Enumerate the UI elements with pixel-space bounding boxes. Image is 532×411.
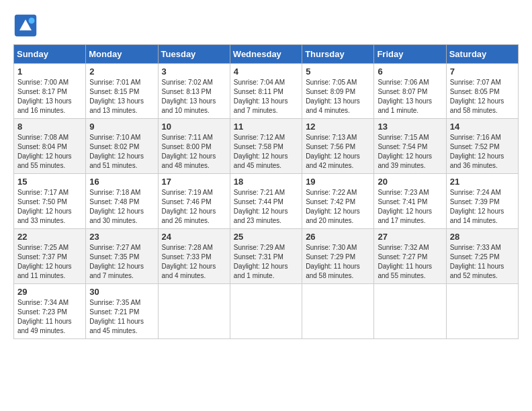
header-row: SundayMondayTuesdayWednesdayThursdayFrid… <box>14 45 519 64</box>
day-info: Sunrise: 7:02 AM Sunset: 8:13 PM Dayligh… <box>162 78 226 116</box>
day-number: 23 <box>89 232 154 242</box>
empty-cell <box>302 284 374 339</box>
day-cell-2: 2 Sunrise: 7:01 AM Sunset: 8:15 PM Dayli… <box>86 64 158 119</box>
day-number: 27 <box>378 232 442 242</box>
day-number: 9 <box>89 122 154 132</box>
logo-icon <box>13 13 38 38</box>
day-number: 17 <box>162 177 226 187</box>
header-wednesday: Wednesday <box>230 45 302 64</box>
calendar-row: 1 Sunrise: 7:00 AM Sunset: 8:17 PM Dayli… <box>14 64 519 119</box>
day-info: Sunrise: 7:00 AM Sunset: 8:17 PM Dayligh… <box>17 78 82 116</box>
day-cell-7: 7 Sunrise: 7:07 AM Sunset: 8:05 PM Dayli… <box>446 64 518 119</box>
day-info: Sunrise: 7:25 AM Sunset: 7:37 PM Dayligh… <box>17 243 82 281</box>
day-info: Sunrise: 7:21 AM Sunset: 7:44 PM Dayligh… <box>234 188 298 226</box>
day-info: Sunrise: 7:18 AM Sunset: 7:48 PM Dayligh… <box>89 188 154 226</box>
day-info: Sunrise: 7:01 AM Sunset: 8:15 PM Dayligh… <box>89 78 154 116</box>
calendar-table: SundayMondayTuesdayWednesdayThursdayFrid… <box>13 44 519 339</box>
day-number: 1 <box>17 66 82 77</box>
day-info: Sunrise: 7:27 AM Sunset: 7:35 PM Dayligh… <box>89 243 154 281</box>
day-number: 2 <box>89 66 154 77</box>
logo <box>13 13 40 38</box>
day-cell-18: 18 Sunrise: 7:21 AM Sunset: 7:44 PM Dayl… <box>230 174 302 229</box>
calendar-row: 29 Sunrise: 7:34 AM Sunset: 7:23 PM Dayl… <box>14 284 519 339</box>
day-info: Sunrise: 7:04 AM Sunset: 8:11 PM Dayligh… <box>234 78 298 116</box>
empty-cell <box>446 284 518 339</box>
empty-cell <box>230 284 302 339</box>
day-number: 4 <box>234 66 298 77</box>
day-cell-13: 13 Sunrise: 7:15 AM Sunset: 7:54 PM Dayl… <box>374 119 446 174</box>
calendar-row: 22 Sunrise: 7:25 AM Sunset: 7:37 PM Dayl… <box>14 229 519 284</box>
day-number: 15 <box>17 177 82 187</box>
header-monday: Monday <box>86 45 158 64</box>
empty-cell <box>374 284 446 339</box>
page-header <box>13 13 519 38</box>
day-info: Sunrise: 7:33 AM Sunset: 7:25 PM Dayligh… <box>450 243 515 281</box>
day-number: 19 <box>306 177 370 187</box>
day-info: Sunrise: 7:34 AM Sunset: 7:23 PM Dayligh… <box>17 298 82 336</box>
day-cell-10: 10 Sunrise: 7:11 AM Sunset: 8:00 PM Dayl… <box>158 119 230 174</box>
day-info: Sunrise: 7:23 AM Sunset: 7:41 PM Dayligh… <box>378 188 442 226</box>
day-cell-3: 3 Sunrise: 7:02 AM Sunset: 8:13 PM Dayli… <box>158 64 230 119</box>
day-info: Sunrise: 7:05 AM Sunset: 8:09 PM Dayligh… <box>306 78 370 116</box>
day-number: 5 <box>306 66 370 77</box>
header-friday: Friday <box>374 45 446 64</box>
day-cell-5: 5 Sunrise: 7:05 AM Sunset: 8:09 PM Dayli… <box>302 64 374 119</box>
day-cell-23: 23 Sunrise: 7:27 AM Sunset: 7:35 PM Dayl… <box>86 229 158 284</box>
empty-cell <box>158 284 230 339</box>
day-number: 16 <box>89 177 154 187</box>
day-info: Sunrise: 7:15 AM Sunset: 7:54 PM Dayligh… <box>378 133 442 171</box>
calendar-row: 8 Sunrise: 7:08 AM Sunset: 8:04 PM Dayli… <box>14 119 519 174</box>
day-info: Sunrise: 7:19 AM Sunset: 7:46 PM Dayligh… <box>162 188 226 226</box>
day-cell-4: 4 Sunrise: 7:04 AM Sunset: 8:11 PM Dayli… <box>230 64 302 119</box>
day-number: 6 <box>378 66 442 77</box>
day-info: Sunrise: 7:17 AM Sunset: 7:50 PM Dayligh… <box>17 188 82 226</box>
day-number: 13 <box>378 122 442 132</box>
day-cell-20: 20 Sunrise: 7:23 AM Sunset: 7:41 PM Dayl… <box>374 174 446 229</box>
day-number: 3 <box>162 66 226 77</box>
header-thursday: Thursday <box>302 45 374 64</box>
day-cell-14: 14 Sunrise: 7:16 AM Sunset: 7:52 PM Dayl… <box>446 119 518 174</box>
day-cell-17: 17 Sunrise: 7:19 AM Sunset: 7:46 PM Dayl… <box>158 174 230 229</box>
header-tuesday: Tuesday <box>158 45 230 64</box>
day-cell-30: 30 Sunrise: 7:35 AM Sunset: 7:21 PM Dayl… <box>86 284 158 339</box>
day-cell-27: 27 Sunrise: 7:32 AM Sunset: 7:27 PM Dayl… <box>374 229 446 284</box>
day-cell-9: 9 Sunrise: 7:10 AM Sunset: 8:02 PM Dayli… <box>86 119 158 174</box>
day-cell-25: 25 Sunrise: 7:29 AM Sunset: 7:31 PM Dayl… <box>230 229 302 284</box>
header-saturday: Saturday <box>446 45 518 64</box>
day-cell-12: 12 Sunrise: 7:13 AM Sunset: 7:56 PM Dayl… <box>302 119 374 174</box>
header-sunday: Sunday <box>14 45 86 64</box>
day-number: 24 <box>162 232 226 242</box>
day-number: 25 <box>234 232 298 242</box>
day-info: Sunrise: 7:06 AM Sunset: 8:07 PM Dayligh… <box>378 78 442 116</box>
day-cell-11: 11 Sunrise: 7:12 AM Sunset: 7:58 PM Dayl… <box>230 119 302 174</box>
day-info: Sunrise: 7:13 AM Sunset: 7:56 PM Dayligh… <box>306 133 370 171</box>
day-number: 20 <box>378 177 442 187</box>
day-cell-8: 8 Sunrise: 7:08 AM Sunset: 8:04 PM Dayli… <box>14 119 86 174</box>
day-info: Sunrise: 7:10 AM Sunset: 8:02 PM Dayligh… <box>89 133 154 171</box>
day-number: 11 <box>234 122 298 132</box>
day-number: 12 <box>306 122 370 132</box>
day-cell-24: 24 Sunrise: 7:28 AM Sunset: 7:33 PM Dayl… <box>158 229 230 284</box>
day-info: Sunrise: 7:22 AM Sunset: 7:42 PM Dayligh… <box>306 188 370 226</box>
day-info: Sunrise: 7:30 AM Sunset: 7:29 PM Dayligh… <box>306 243 370 281</box>
day-info: Sunrise: 7:07 AM Sunset: 8:05 PM Dayligh… <box>450 78 515 116</box>
day-cell-16: 16 Sunrise: 7:18 AM Sunset: 7:48 PM Dayl… <box>86 174 158 229</box>
day-cell-15: 15 Sunrise: 7:17 AM Sunset: 7:50 PM Dayl… <box>14 174 86 229</box>
calendar-row: 15 Sunrise: 7:17 AM Sunset: 7:50 PM Dayl… <box>14 174 519 229</box>
day-info: Sunrise: 7:32 AM Sunset: 7:27 PM Dayligh… <box>378 243 442 281</box>
day-info: Sunrise: 7:29 AM Sunset: 7:31 PM Dayligh… <box>234 243 298 281</box>
day-cell-1: 1 Sunrise: 7:00 AM Sunset: 8:17 PM Dayli… <box>14 64 86 119</box>
day-number: 30 <box>89 287 154 297</box>
day-cell-22: 22 Sunrise: 7:25 AM Sunset: 7:37 PM Dayl… <box>14 229 86 284</box>
day-cell-19: 19 Sunrise: 7:22 AM Sunset: 7:42 PM Dayl… <box>302 174 374 229</box>
day-info: Sunrise: 7:24 AM Sunset: 7:39 PM Dayligh… <box>450 188 515 226</box>
day-cell-28: 28 Sunrise: 7:33 AM Sunset: 7:25 PM Dayl… <box>446 229 518 284</box>
day-number: 21 <box>450 177 515 187</box>
svg-point-2 <box>29 17 35 24</box>
day-info: Sunrise: 7:28 AM Sunset: 7:33 PM Dayligh… <box>162 243 226 281</box>
day-cell-6: 6 Sunrise: 7:06 AM Sunset: 8:07 PM Dayli… <box>374 64 446 119</box>
day-number: 26 <box>306 232 370 242</box>
day-number: 22 <box>17 232 82 242</box>
day-info: Sunrise: 7:12 AM Sunset: 7:58 PM Dayligh… <box>234 133 298 171</box>
day-cell-26: 26 Sunrise: 7:30 AM Sunset: 7:29 PM Dayl… <box>302 229 374 284</box>
